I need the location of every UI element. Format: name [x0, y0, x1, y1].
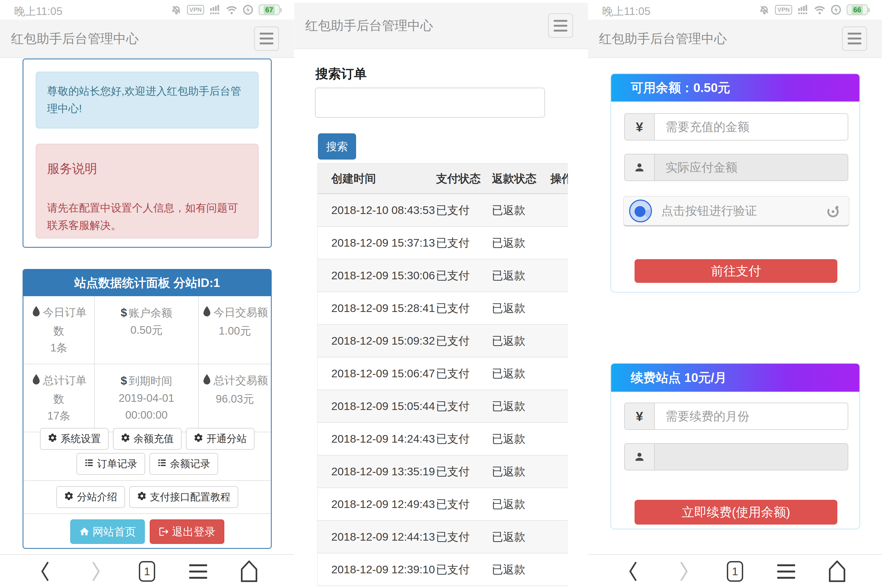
- order-refund-status: 已返款: [492, 301, 546, 316]
- nav-menu-button[interactable]: [774, 559, 798, 584]
- table-row[interactable]: 2018-12-09 15:09:32已支付已返款: [318, 325, 568, 357]
- order-pay-status: 已支付: [436, 366, 492, 381]
- welcome-panel: 尊敬的站长您好,欢迎进入红包助手后台管理中心! 服务说明 请先在配置中设置个人信…: [22, 58, 272, 248]
- order-created-time: 2018-12-09 15:09:32: [318, 334, 436, 347]
- table-row[interactable]: 2018-12-09 14:24:43已支付已返款: [318, 423, 568, 455]
- captcha-label: 点击按钮进行验证: [661, 203, 825, 219]
- nav-back-button[interactable]: [621, 559, 645, 584]
- stat-value: 1条: [26, 339, 92, 356]
- table-row[interactable]: 2018-12-09 13:35:19已支付已返款: [318, 455, 568, 488]
- droplet-icon: [31, 374, 41, 390]
- stat-label: 今日交易额: [214, 306, 268, 318]
- captcha-widget[interactable]: 点击按钮进行验证: [623, 196, 849, 226]
- stat-cell: 今日订单数1条: [23, 296, 95, 364]
- order-created-time: 2018-12-09 13:35:19: [318, 465, 436, 478]
- renew-card-title: 续费站点 10元/月: [611, 364, 860, 392]
- button-row: 订单记录余额记录: [29, 453, 266, 475]
- recharge-amount-input[interactable]: [654, 113, 848, 141]
- action-button[interactable]: 订单记录: [76, 453, 145, 475]
- logout-icon: [158, 526, 170, 537]
- table-row[interactable]: 2018-12-10 08:43:53已支付已返款: [318, 194, 568, 227]
- action-button[interactable]: 分站介绍: [56, 486, 125, 508]
- gear-icon: [121, 433, 130, 445]
- order-pay-status: 已支付: [436, 333, 492, 348]
- renew-card: 续费站点 10元/月 ¥ 立即续费(使用余额): [610, 363, 860, 530]
- stat-cell: 总计订单数17条: [23, 364, 95, 432]
- order-refund-status: 已返款: [492, 497, 546, 512]
- action-button[interactable]: 系统设置: [40, 428, 109, 450]
- recharge-amount-group: ¥: [624, 113, 848, 141]
- service-alert: 服务说明 请先在配置中设置个人信息，如有问题可联系客服解决。: [36, 144, 259, 238]
- table-row[interactable]: 2018-12-09 12:44:13已支付已返款: [318, 521, 568, 554]
- person-icon: [624, 443, 654, 470]
- battery-icon: 66: [847, 4, 868, 15]
- action-button[interactable]: 余额充值: [113, 428, 182, 450]
- action-button[interactable]: 余额记录: [150, 453, 218, 475]
- renew-now-button[interactable]: 立即续费(使用余额): [634, 500, 837, 525]
- welcome-alert: 尊敬的站长您好,欢迎进入红包助手后台管理中心!: [36, 72, 259, 129]
- order-pay-status: 已支付: [436, 497, 492, 512]
- nav-tabs-button[interactable]: 1: [135, 559, 159, 584]
- stat-label: 总计订单数: [43, 374, 87, 405]
- divider: [23, 480, 271, 481]
- go-pay-button[interactable]: 前往支付: [634, 259, 837, 283]
- stat-cell: 总计交易额96.03元: [199, 364, 271, 432]
- stats-panel-title: 站点数据统计面板 分站ID:1: [23, 270, 271, 296]
- action-button[interactable]: 支付接口配置教程: [129, 486, 238, 508]
- order-pay-status: 已支付: [436, 268, 492, 283]
- hamburger-menu-button[interactable]: [842, 26, 867, 51]
- captcha-verify-icon[interactable]: [629, 200, 652, 222]
- nav-home-button[interactable]: [825, 559, 849, 584]
- action-button[interactable]: 开通分站: [186, 428, 255, 450]
- order-pay-status: 已支付: [436, 530, 492, 544]
- wifi-icon: [814, 5, 825, 15]
- table-row[interactable]: 2018-12-09 12:39:10已支付已返款: [318, 554, 568, 586]
- table-row[interactable]: 2018-12-09 15:37:13已支付已返款: [318, 227, 568, 260]
- nav-menu-button[interactable]: [186, 559, 210, 584]
- hamburger-menu-button[interactable]: [254, 26, 279, 51]
- droplet-icon: [31, 305, 41, 322]
- stat-cell: 今日交易额1.00元: [199, 296, 271, 364]
- table-row[interactable]: 2018-12-09 15:30:06已支付已返款: [318, 260, 568, 292]
- order-created-time: 2018-12-09 15:05:44: [318, 400, 436, 413]
- power-saving-icon: [831, 4, 841, 15]
- order-refund-status: 已返款: [492, 236, 546, 250]
- signal-icon: [210, 4, 220, 15]
- order-refund-status: 已返款: [492, 268, 546, 283]
- service-alert-body: 请先在配置中设置个人信息，如有问题可联系客服解决。: [47, 199, 247, 234]
- stats-grid: 今日订单数1条$账户余额0.50元今日交易额1.00元总计订单数17条$到期时间…: [23, 296, 271, 420]
- nav-back-button[interactable]: [33, 559, 57, 584]
- nav-forward-button[interactable]: [672, 559, 696, 584]
- logout-button[interactable]: 退出登录: [150, 519, 224, 544]
- app-header: 红包助手后台管理中心: [294, 3, 588, 49]
- table-row[interactable]: 2018-12-09 15:05:44已支付已返款: [318, 390, 568, 423]
- battery-icon: 67: [259, 4, 280, 15]
- app-header: 红包助手后台管理中心: [0, 20, 294, 58]
- stat-value: 17条: [26, 407, 92, 424]
- order-pay-status: 已支付: [436, 464, 492, 479]
- button-row: 系统设置余额充值开通分站: [29, 428, 266, 450]
- table-row[interactable]: 2018-12-09 15:28:41已支付已返款: [318, 292, 568, 325]
- renew-account-input: [654, 443, 848, 470]
- stat-label: 账户余额: [129, 307, 172, 319]
- table-row[interactable]: 2018-12-09 15:06:47已支付已返款: [318, 357, 568, 390]
- site-home-button[interactable]: 网站首页: [70, 519, 145, 544]
- captcha-refresh-icon[interactable]: [825, 203, 841, 219]
- stat-value: 96.03元: [201, 390, 268, 407]
- vpn-icon: VPN: [775, 5, 792, 15]
- nav-home-button[interactable]: [237, 559, 261, 584]
- panel-recharge: 晚上11:05 VPN 66 红包助手后台管理中心 可用余额：0.50元 ¥: [588, 0, 882, 588]
- order-pay-status: 已支付: [436, 399, 492, 414]
- search-input[interactable]: [315, 88, 545, 118]
- clock: 晚上11:05: [14, 4, 62, 19]
- column-header: 支付状态: [436, 171, 492, 186]
- search-button[interactable]: 搜索: [318, 134, 356, 159]
- renew-months-input[interactable]: [654, 403, 848, 430]
- nav-tabs-button[interactable]: 1: [723, 559, 747, 584]
- order-pay-status: 已支付: [436, 562, 492, 577]
- table-row[interactable]: 2018-12-09 12:49:43已支付已返款: [318, 488, 568, 521]
- hamburger-menu-button[interactable]: [548, 14, 573, 38]
- nav-forward-button[interactable]: [84, 559, 108, 584]
- dollar-icon: $: [121, 374, 127, 387]
- order-pay-status: 已支付: [436, 236, 492, 250]
